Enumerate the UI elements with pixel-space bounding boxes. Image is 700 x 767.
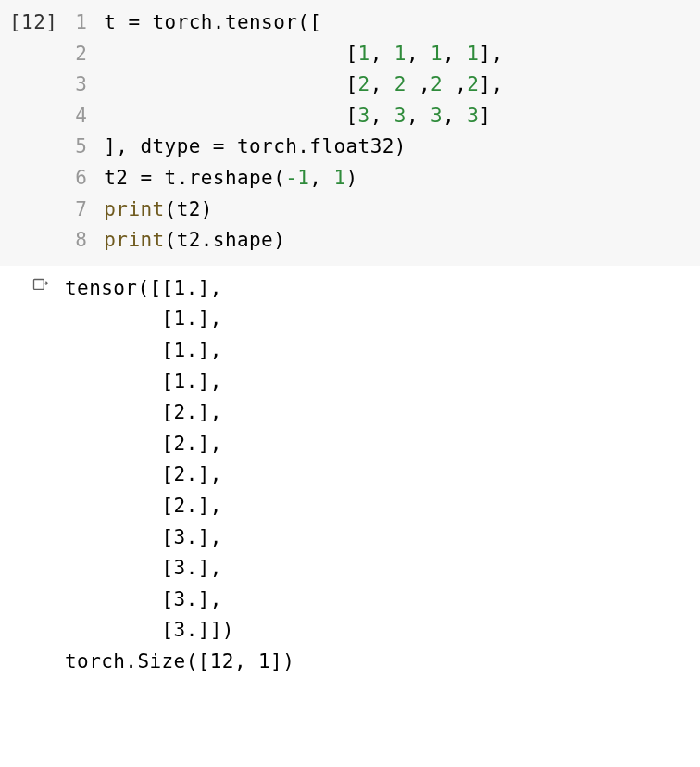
code-line[interactable]: print(t2) [104, 195, 213, 226]
code-line[interactable]: t = torch.tensor([ [104, 7, 321, 39]
line-number: 1 [63, 7, 104, 39]
code-line[interactable]: print(t2.shape) [104, 225, 285, 257]
code-row[interactable]: 4 [3, 3, 3, 3] [63, 101, 503, 132]
code-row[interactable]: 3 [2, 2 ,2 ,2], [63, 69, 503, 101]
svg-rect-0 [34, 279, 44, 289]
line-number: 8 [63, 225, 104, 257]
output-icon[interactable] [9, 273, 65, 295]
code-row[interactable]: 1t = torch.tensor([ [63, 7, 503, 39]
code-row[interactable]: 2 [1, 1, 1, 1], [63, 39, 503, 70]
code-row[interactable]: 7print(t2) [63, 195, 503, 226]
output-text: tensor([[1.], [1.], [1.], [1.], [2.], [2… [65, 273, 294, 678]
code-line[interactable]: [1, 1, 1, 1], [104, 39, 503, 70]
line-number: 4 [63, 101, 104, 132]
line-number: 3 [63, 69, 104, 101]
code-line[interactable]: [2, 2 ,2 ,2], [104, 69, 503, 101]
code-row[interactable]: 8print(t2.shape) [63, 225, 503, 257]
code-area[interactable]: 1t = torch.tensor([2 [1, 1, 1, 1],3 [2, … [63, 7, 503, 257]
line-number: 7 [63, 195, 104, 226]
line-number: 6 [63, 163, 104, 195]
output-cell: tensor([[1.], [1.], [1.], [1.], [2.], [2… [0, 266, 700, 678]
code-cell: [12] 1t = torch.tensor([2 [1, 1, 1, 1],3… [0, 0, 700, 266]
cell-prompt: [12] [9, 7, 63, 39]
code-line[interactable]: t2 = t.reshape(-1, 1) [104, 163, 357, 195]
code-row[interactable]: 5], dtype = torch.float32) [63, 132, 503, 163]
line-number: 2 [63, 39, 104, 70]
line-number: 5 [63, 132, 104, 163]
code-line[interactable]: [3, 3, 3, 3] [104, 101, 491, 132]
code-line[interactable]: ], dtype = torch.float32) [104, 132, 406, 163]
code-row[interactable]: 6t2 = t.reshape(-1, 1) [63, 163, 503, 195]
